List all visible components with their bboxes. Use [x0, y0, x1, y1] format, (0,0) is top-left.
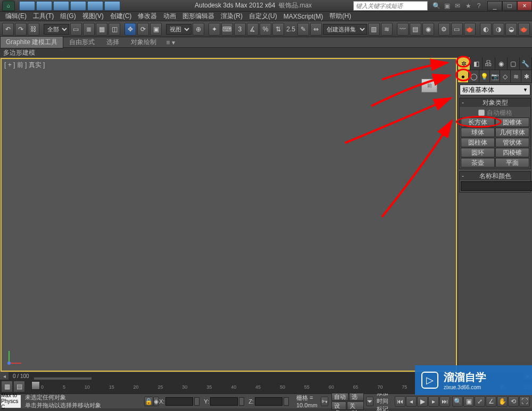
angle-snap-button[interactable]: ∡: [247, 23, 259, 36]
goto-end-button[interactable]: ⏭: [439, 396, 450, 407]
use-center-button[interactable]: ⊕: [193, 23, 204, 36]
align-button[interactable]: ▥: [368, 23, 380, 36]
percent-snap-button[interactable]: %: [260, 23, 271, 36]
coord-x-spin[interactable]: [194, 397, 200, 406]
select-scale-button[interactable]: ▣: [150, 23, 162, 36]
time-tag-button[interactable]: ⏷: [366, 397, 373, 406]
ribbon-tab-freeform[interactable]: 自由形式: [63, 36, 101, 48]
viewport-front[interactable]: [ + ] 前 ] 真实 ] 前: [1, 58, 457, 372]
coord-y-spin[interactable]: [239, 397, 244, 406]
schematic-view-button[interactable]: ▤: [410, 23, 421, 36]
qa-btn-4[interactable]: [70, 1, 86, 11]
primitive-pyramid-button[interactable]: 四棱锥: [495, 148, 529, 157]
menu-script[interactable]: MAXScript(M): [280, 13, 327, 20]
render-button[interactable]: 🫖: [464, 23, 476, 36]
menu-group[interactable]: 组(G): [57, 12, 79, 21]
menu-render[interactable]: 渲染(R): [218, 12, 246, 21]
qa-btn-3[interactable]: [53, 1, 69, 11]
rollout-header-objtype[interactable]: 对象类型: [460, 98, 530, 107]
zoom-all-button[interactable]: ▣: [463, 396, 474, 407]
subtab-shapes[interactable]: ◯: [469, 70, 479, 82]
minimize-button[interactable]: _: [487, 1, 502, 11]
maximize-viewport-button[interactable]: ⛶: [519, 396, 530, 407]
rect-select-button[interactable]: ▦: [96, 23, 107, 36]
ribbon-min-button[interactable]: ≡ ▾: [162, 37, 178, 48]
zoom-extents-button[interactable]: ⤢: [475, 396, 485, 407]
tab-display[interactable]: ▢: [508, 57, 520, 70]
primitive-teapot-button[interactable]: 茶壶: [461, 158, 495, 167]
qa-btn-6[interactable]: [104, 1, 120, 11]
help-search-input[interactable]: [353, 1, 428, 11]
subtab-systems[interactable]: ✱: [521, 70, 532, 82]
tab-modify[interactable]: ◧: [470, 57, 483, 70]
menu-mods[interactable]: 修改器: [135, 12, 160, 21]
coord-x-input[interactable]: [165, 397, 193, 406]
primitive-torus-button[interactable]: 圆环: [461, 148, 495, 157]
rollout-header-namecolor[interactable]: 名称和颜色: [460, 172, 530, 180]
help-icon[interactable]: ?: [475, 2, 483, 10]
ribbon-tab-paint[interactable]: 对象绘制: [125, 36, 162, 48]
qa-btn-5[interactable]: [87, 1, 103, 11]
pan-button[interactable]: ✋: [497, 396, 508, 407]
primitive-cone-button[interactable]: 圆锥体: [495, 118, 529, 127]
menu-custom[interactable]: 自定义(U): [246, 12, 280, 21]
menu-help[interactable]: 帮助(H): [326, 12, 354, 21]
mirror-button[interactable]: ⇔: [310, 23, 322, 36]
time-slider-head[interactable]: [31, 381, 40, 390]
primitive-tube-button[interactable]: 管状体: [495, 138, 529, 147]
object-name-input[interactable]: [461, 181, 532, 191]
spinner-snap-button[interactable]: ⇅: [272, 23, 284, 36]
extra-3[interactable]: ◒: [505, 23, 517, 36]
next-frame-button[interactable]: ▸: [428, 396, 439, 407]
ribbon-tab-selection[interactable]: 选择: [101, 36, 125, 48]
material-editor-button[interactable]: ◉: [422, 23, 434, 36]
app-icon[interactable]: ⌂: [2, 1, 15, 11]
create-category-dropdown[interactable]: 标准基本体: [460, 85, 530, 95]
select-object-button[interactable]: ▭: [70, 23, 82, 36]
qa-btn-2[interactable]: [36, 1, 52, 11]
play-button[interactable]: ▶: [417, 396, 428, 407]
subtab-spacewarps[interactable]: ≋: [511, 70, 521, 82]
ribbon-tab-modeling[interactable]: Graphite 建模工具: [0, 36, 63, 48]
viewport-area[interactable]: [ + ] 前 ] 真实 ] 前: [0, 57, 458, 372]
subtab-geometry[interactable]: ●: [458, 70, 469, 82]
layers-button[interactable]: ≋: [381, 23, 393, 36]
extra-4[interactable]: 🫖: [518, 23, 530, 36]
key-filters-button[interactable]: 关键点过滤器: [347, 401, 364, 410]
favorites-icon[interactable]: ★: [464, 2, 472, 10]
viewcube[interactable]: 前: [414, 69, 446, 101]
orbit-button[interactable]: ⟲: [508, 396, 519, 407]
tab-hierarchy[interactable]: 品: [483, 57, 495, 70]
link-button[interactable]: ⛓: [28, 23, 39, 36]
select-manipulate-button[interactable]: ✦: [209, 23, 220, 36]
menu-edit[interactable]: 编辑(E): [2, 12, 30, 21]
subscription-icon[interactable]: ▣: [443, 2, 451, 10]
lock-selection-button[interactable]: 🔒: [144, 397, 153, 406]
menu-views[interactable]: 视图(V): [79, 12, 107, 21]
snap-toggle-button[interactable]: 3: [234, 23, 246, 36]
coord-z-input[interactable]: [255, 397, 282, 406]
auto-key-button[interactable]: 自动关键点: [331, 392, 348, 401]
primitive-plane-button[interactable]: 平面: [495, 158, 529, 167]
prev-frame-button[interactable]: ◂: [406, 396, 417, 407]
timeline-config-1[interactable]: ▦: [1, 381, 13, 392]
render-setup-button[interactable]: ⚙: [438, 23, 450, 36]
viewport-label[interactable]: [ + ] 前 ] 真实 ]: [4, 61, 45, 70]
primitive-geosphere-button[interactable]: 几何球体: [495, 128, 529, 137]
extra-2[interactable]: ◑: [493, 23, 504, 36]
select-rotate-button[interactable]: ⟳: [137, 23, 149, 36]
selection-filter[interactable]: 全部: [44, 24, 69, 35]
timeline-config-2[interactable]: ▤: [13, 381, 25, 392]
maximize-button[interactable]: □: [502, 1, 517, 11]
field-of-view-button[interactable]: ∠: [486, 396, 496, 407]
communication-icon[interactable]: ✉: [453, 2, 462, 10]
select-move-button[interactable]: ✥: [124, 23, 136, 36]
primitive-cylinder-button[interactable]: 圆柱体: [461, 138, 495, 147]
named-sel-sets[interactable]: 创建选择集: [323, 24, 367, 35]
keyboard-shortcut-button[interactable]: ⌨: [221, 23, 233, 36]
tab-motion[interactable]: ◉: [495, 57, 508, 70]
menu-anim[interactable]: 动画: [160, 12, 179, 21]
coord-z-spin[interactable]: [284, 397, 289, 406]
viewcube-face[interactable]: 前: [421, 79, 437, 93]
primitive-box-button[interactable]: 长方体: [461, 118, 495, 127]
